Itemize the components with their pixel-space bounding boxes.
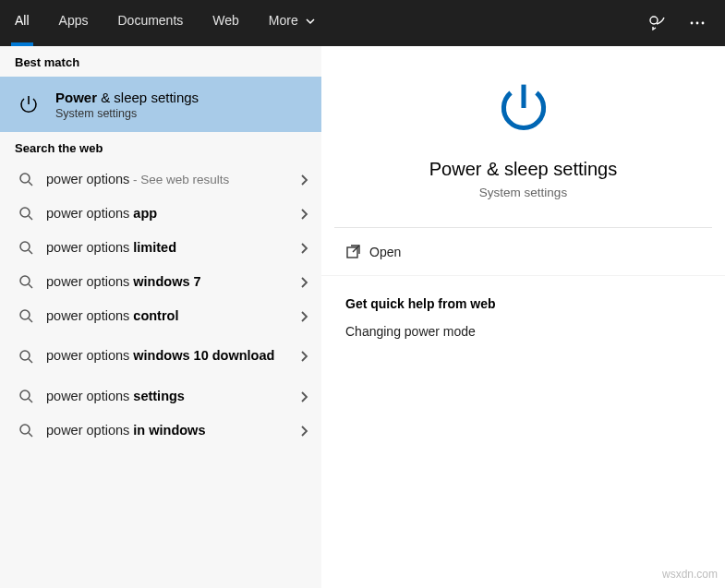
best-match-header: Best match <box>0 46 321 77</box>
search-icon <box>15 424 37 438</box>
chevron-right-icon[interactable] <box>294 310 314 323</box>
web-result-item[interactable]: power options app <box>0 197 321 231</box>
web-result-text: power options - See web results <box>46 172 294 187</box>
svg-point-3 <box>702 22 705 25</box>
web-results-list: power options - See web resultspower opt… <box>0 162 321 448</box>
chevron-right-icon[interactable] <box>294 425 314 438</box>
best-match-text: Power & sleep settings System settings <box>55 90 199 120</box>
search-icon <box>15 275 37 289</box>
chevron-down-icon <box>306 17 315 26</box>
preview-title: Power & sleep settings <box>429 159 617 180</box>
best-match-item[interactable]: Power & sleep settings System settings <box>0 77 321 132</box>
svg-point-2 <box>696 22 699 25</box>
tab-all[interactable]: All <box>0 0 44 46</box>
topbar-spacer <box>330 0 636 46</box>
open-icon <box>345 244 369 259</box>
svg-point-8 <box>20 310 30 319</box>
web-result-item[interactable]: power options control <box>0 299 321 333</box>
best-match-title-bold: Power <box>55 90 97 105</box>
web-result-text: power options in windows <box>46 423 294 438</box>
chevron-right-icon[interactable] <box>294 276 314 289</box>
quick-help-header: Get quick help from web <box>321 276 725 324</box>
tab-apps[interactable]: Apps <box>44 0 103 46</box>
web-result-item[interactable]: power options settings <box>0 379 321 414</box>
chevron-right-icon[interactable] <box>294 242 314 255</box>
search-icon <box>15 309 37 323</box>
tab-web[interactable]: Web <box>198 0 254 46</box>
svg-point-9 <box>20 351 30 360</box>
chevron-right-icon[interactable] <box>294 350 314 363</box>
web-result-item[interactable]: power options windows 7 <box>0 265 321 299</box>
preview-subtitle: System settings <box>479 186 567 199</box>
chevron-right-icon[interactable] <box>294 208 314 221</box>
svg-point-0 <box>650 17 658 24</box>
tab-documents[interactable]: Documents <box>103 0 198 46</box>
body-split: Best match Power & sleep settings System… <box>0 46 725 588</box>
svg-point-5 <box>20 208 30 217</box>
web-result-item[interactable]: power options limited <box>0 231 321 265</box>
svg-point-1 <box>691 22 694 25</box>
web-result-text: power options windows 10 download <box>46 348 294 364</box>
search-web-header: Search the web <box>0 132 321 162</box>
search-icon <box>15 173 37 186</box>
best-match-subtitle: System settings <box>55 107 199 120</box>
open-button[interactable]: Open <box>321 228 725 276</box>
best-match-title-rest: & sleep settings <box>97 90 199 105</box>
results-panel: Best match Power & sleep settings System… <box>0 46 321 588</box>
power-icon <box>15 92 42 116</box>
web-result-item[interactable]: power options - See web results <box>0 162 321 197</box>
svg-point-10 <box>20 390 30 400</box>
web-result-text: power options limited <box>46 240 294 256</box>
preview-card: Power & sleep settings System settings <box>334 57 712 228</box>
svg-point-11 <box>20 425 30 434</box>
power-icon-large <box>493 78 554 142</box>
search-icon <box>15 390 37 403</box>
feedback-icon[interactable] <box>636 0 677 46</box>
chevron-right-icon[interactable] <box>294 174 314 186</box>
best-match-title: Power & sleep settings <box>55 90 199 105</box>
search-icon <box>15 241 37 255</box>
web-result-item[interactable]: power options in windows <box>0 414 321 448</box>
tab-more-label: More <box>269 13 298 28</box>
open-label: Open <box>369 245 401 259</box>
preview-panel: Power & sleep settings System settings O… <box>321 46 725 588</box>
top-tabs-bar: All Apps Documents Web More <box>0 0 725 46</box>
web-result-text: power options windows 7 <box>46 274 294 290</box>
search-icon <box>15 207 37 221</box>
tab-more[interactable]: More <box>254 0 330 46</box>
help-link[interactable]: Changing power mode <box>321 324 725 339</box>
web-result-text: power options app <box>46 206 294 222</box>
svg-point-6 <box>20 242 30 251</box>
web-result-text: power options settings <box>46 389 294 404</box>
chevron-right-icon[interactable] <box>294 390 314 403</box>
svg-point-7 <box>20 276 30 285</box>
more-options-icon[interactable] <box>677 0 718 46</box>
web-result-text: power options control <box>46 308 294 324</box>
search-icon <box>15 350 37 364</box>
web-result-item[interactable]: power options windows 10 download <box>0 333 321 379</box>
svg-point-4 <box>20 174 30 183</box>
